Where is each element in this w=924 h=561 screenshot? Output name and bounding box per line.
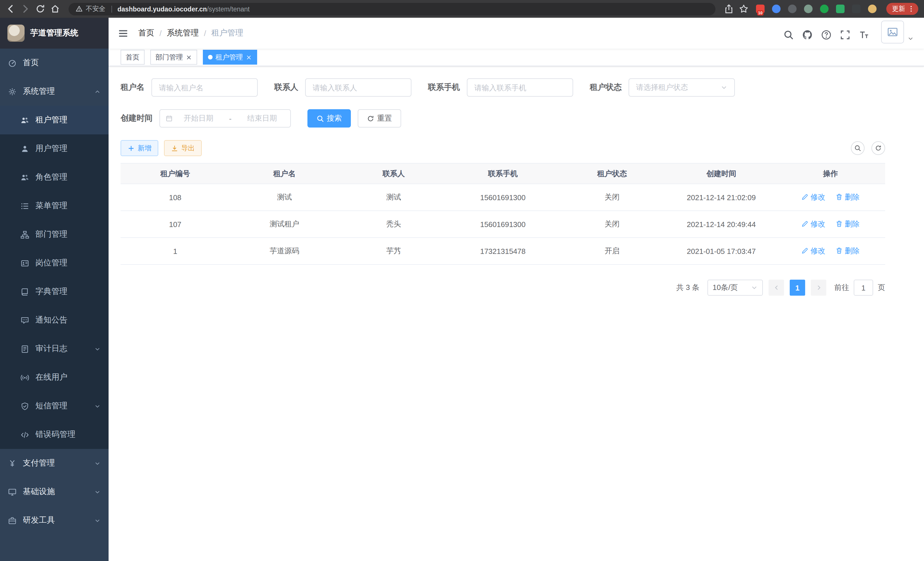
breadcrumb: 首页/系统管理/租户管理 [138, 28, 243, 38]
next-page-button[interactable] [811, 280, 826, 296]
share-icon[interactable] [724, 4, 734, 14]
active-tab-dot [208, 55, 213, 59]
tab-tenant[interactable]: 租户管理 [203, 50, 257, 65]
reset-button[interactable]: 重置 [358, 109, 401, 128]
edit-label: 修改 [811, 219, 825, 229]
search-button[interactable]: 搜索 [308, 109, 351, 128]
browser-menu-icon[interactable] [908, 5, 915, 13]
logo[interactable]: 芋道管理系统 [0, 18, 109, 49]
extension-icon-3[interactable] [788, 5, 796, 13]
edit-link[interactable]: 修改 [801, 219, 825, 229]
chevron-down-icon [94, 489, 100, 495]
extension-icon-1[interactable]: 10 [756, 5, 765, 13]
sidebar-item-home[interactable]: 首页 [0, 49, 109, 77]
sidebar-item-online-user[interactable]: 在线用户 [0, 363, 109, 392]
create-time-range-picker[interactable]: 开始日期 - 结束日期 [159, 109, 291, 128]
close-icon[interactable] [186, 54, 192, 60]
sidebar-item-pay[interactable]: 支付管理 [0, 449, 109, 478]
column-header: 联系手机 [448, 163, 557, 184]
people-icon [21, 116, 29, 124]
sidebar-item-label: 审计日志 [35, 344, 68, 354]
browser-forward-icon[interactable] [21, 4, 30, 14]
pagination-total: 共 3 条 [676, 283, 699, 293]
sidebar-item-notice[interactable]: 通知公告 [0, 306, 109, 335]
delete-link[interactable]: 删除 [836, 192, 860, 202]
page-size-select[interactable]: 10条/页 [707, 280, 763, 296]
sidebar-item-dev-tool[interactable]: 研发工具 [0, 506, 109, 535]
help-icon[interactable] [821, 29, 831, 40]
tab-home[interactable]: 首页 [121, 50, 145, 65]
sidebar-item-post[interactable]: 岗位管理 [0, 249, 109, 277]
edit-link[interactable]: 修改 [801, 246, 825, 256]
sidebar-item-dict[interactable]: 字典管理 [0, 277, 109, 306]
github-icon[interactable] [802, 29, 813, 40]
search-button-label: 搜索 [327, 113, 342, 123]
column-header: 操作 [776, 163, 885, 184]
breadcrumb-item-1[interactable]: 首页 [138, 28, 154, 38]
cell-id: 108 [121, 184, 230, 211]
sidebar-item-sms[interactable]: 短信管理 [0, 392, 109, 420]
sidebar-item-user[interactable]: 用户管理 [0, 134, 109, 163]
logo-avatar [8, 25, 25, 42]
tenant-status-select[interactable]: 请选择租户状态 [628, 78, 735, 97]
sidebar-item-menu[interactable]: 菜单管理 [0, 192, 109, 220]
table-header-row: 租户编号租户名联系人联系手机租户状态创建时间操作 [121, 163, 885, 184]
extension-icon-4[interactable] [804, 5, 813, 13]
user-menu[interactable] [881, 20, 914, 46]
add-button[interactable]: 新增 [121, 140, 158, 156]
cell-name: 芋道源码 [230, 238, 339, 265]
phone-input[interactable] [467, 78, 573, 97]
close-icon[interactable] [246, 54, 252, 60]
export-button[interactable]: 导出 [164, 140, 202, 156]
delete-link[interactable]: 删除 [836, 219, 860, 229]
header-search-icon[interactable] [783, 29, 794, 40]
breadcrumb-separator: / [204, 29, 206, 38]
cell-id: 1 [121, 238, 230, 265]
goto-page-input[interactable] [854, 280, 873, 296]
chevron-down-icon [94, 460, 100, 466]
extension-icon-2[interactable] [772, 5, 781, 13]
refresh-table-button[interactable] [872, 141, 885, 155]
bookmark-star-icon[interactable] [739, 4, 748, 14]
edit-link[interactable]: 修改 [801, 192, 825, 202]
breadcrumb-item-3: 租户管理 [212, 28, 243, 38]
extension-icon-8[interactable] [868, 5, 877, 13]
font-size-icon[interactable] [859, 29, 869, 40]
cell-contact: 芋艿 [339, 238, 448, 265]
chevron-down-icon [94, 346, 100, 352]
fullscreen-icon[interactable] [840, 29, 850, 40]
app-title: 芋道管理系统 [30, 28, 78, 38]
tab-dept[interactable]: 部门管理 [150, 50, 197, 65]
contact-input[interactable] [305, 78, 411, 97]
toggle-search-button[interactable] [851, 141, 865, 155]
sidebar-item-label: 错误码管理 [35, 429, 75, 440]
sidebar-item-role[interactable]: 角色管理 [0, 163, 109, 192]
extension-icon-7[interactable] [852, 5, 861, 13]
page-content: 租户名 联系人 联系手机 租户状态 请选择租户状态 [109, 66, 924, 296]
delete-link[interactable]: 删除 [836, 246, 860, 256]
sidebar-item-label: 支付管理 [23, 458, 55, 468]
dict-icon [21, 287, 29, 296]
sidebar-item-tenant[interactable]: 租户管理 [0, 106, 109, 134]
sidebar-item-error-code[interactable]: 错误码管理 [0, 420, 109, 449]
prev-page-button[interactable] [769, 280, 784, 296]
sidebar-item-label: 首页 [23, 58, 39, 68]
extension-icon-5[interactable] [820, 5, 829, 13]
browser-reload-icon[interactable] [35, 4, 45, 14]
extension-icon-6[interactable] [836, 5, 844, 13]
sidebar-item-audit-log[interactable]: 审计日志 [0, 335, 109, 363]
browser-home-icon[interactable] [50, 4, 60, 14]
address-bar[interactable]: 不安全 dashboard.yudao.iocoder.cn/system/te… [69, 3, 716, 15]
sidebar-item-infra[interactable]: 基础设施 [0, 478, 109, 506]
sidebar-item-system[interactable]: 系统管理 [0, 77, 109, 106]
page-button-1[interactable]: 1 [790, 280, 805, 296]
sidebar-toggle-icon[interactable] [118, 28, 129, 39]
cell-contact: 测试 [339, 184, 448, 211]
cell-name: 测试 [230, 184, 339, 211]
sidebar-item-dept[interactable]: 部门管理 [0, 220, 109, 249]
browser-update-button[interactable]: 更新 [886, 3, 918, 15]
tenant-name-input[interactable] [152, 78, 258, 97]
security-indicator[interactable]: 不安全 [75, 5, 105, 13]
browser-back-icon[interactable] [6, 4, 15, 14]
breadcrumb-item-2[interactable]: 系统管理 [167, 28, 199, 38]
